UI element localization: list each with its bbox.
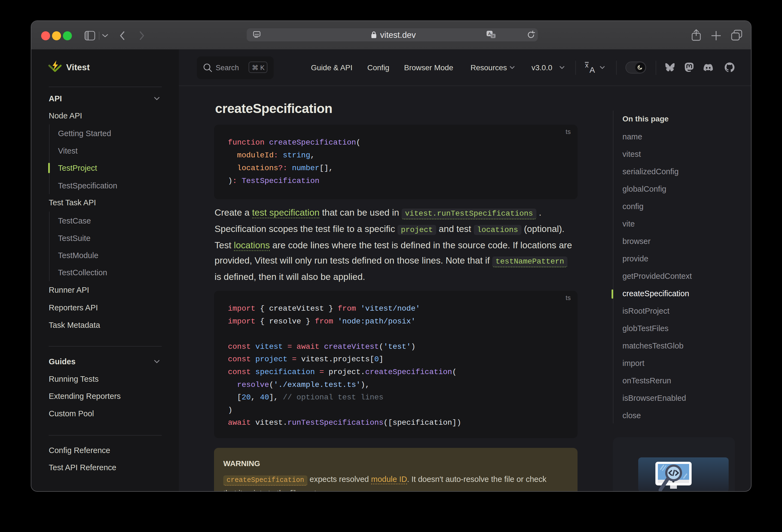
svg-text:A: A <box>590 65 595 74</box>
svg-text:A: A <box>488 31 491 36</box>
svg-text:x: x <box>492 34 494 38</box>
